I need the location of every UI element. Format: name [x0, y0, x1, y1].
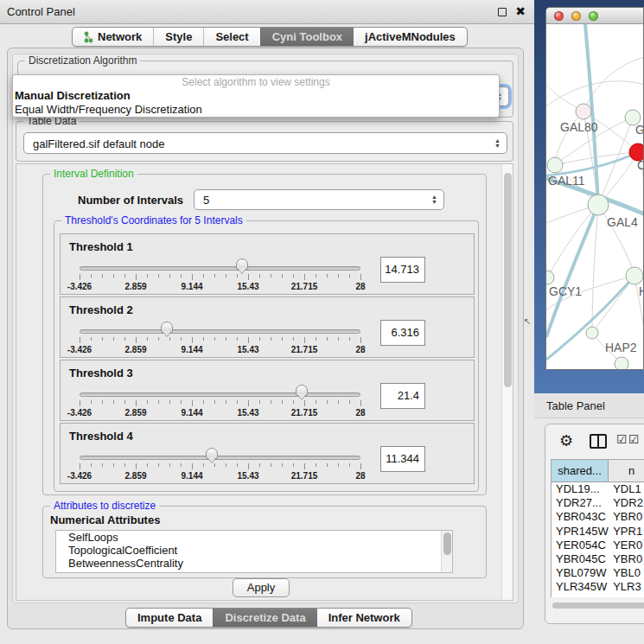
network-node-label: C	[637, 158, 644, 172]
list-scrollbar[interactable]	[441, 531, 452, 572]
slider-track[interactable]	[80, 456, 360, 460]
threshold-label: Threshold 1	[69, 240, 133, 253]
attribute-item[interactable]: TopologicalCoefficient	[56, 544, 452, 557]
slider-track[interactable]	[80, 266, 360, 271]
tab-label: Impute Data	[137, 609, 201, 627]
tab-network[interactable]: Network	[73, 28, 153, 46]
tab-label: Select	[215, 28, 248, 46]
slider-ticks	[80, 274, 360, 281]
settings-gear-icon[interactable]: ⚙	[559, 431, 573, 450]
table-row[interactable]: YDL19...YDL1	[552, 482, 644, 496]
tab-jactivemnodules[interactable]: jActiveMNodules	[354, 28, 467, 46]
threshold-value-field[interactable]: 21.4	[380, 383, 425, 409]
tab-style[interactable]: Style	[153, 28, 203, 46]
threshold-row: Threshold 2-3.4262.8599.14415.4321.71528…	[60, 296, 475, 358]
table-column-header[interactable]: shared...	[552, 460, 609, 482]
scrollbar-thumb[interactable]	[504, 173, 512, 387]
tab-discretize-data[interactable]: Discretize Data	[213, 609, 316, 627]
threshold-row: Threshold 1-3.4262.8599.14415.4321.71528…	[60, 233, 475, 295]
threshold-label: Threshold 3	[69, 367, 133, 379]
network-node[interactable]	[588, 194, 609, 215]
table-row[interactable]: YBR043CYBR0	[552, 510, 644, 524]
network-canvas[interactable]: GAL80GACGAL11GAL4GCY1HHAP2	[546, 24, 644, 370]
table-row[interactable]: YBR045CYBR0	[552, 552, 644, 566]
column-layout-icon[interactable]	[590, 434, 607, 449]
network-icon	[84, 31, 93, 43]
network-view-window: GAL80GACGAL11GAL4GCY1HHAP2	[545, 7, 644, 370]
float-window-icon[interactable]	[498, 8, 507, 16]
combo-stepper-icon: ▲▼	[494, 138, 501, 149]
table-row[interactable]: YBL079WYBL0	[552, 566, 644, 580]
network-node[interactable]	[615, 357, 628, 370]
table-panel: ⚙ ☑ ☑ shared...n YDL19...YDL1YDR27...YDR…	[545, 424, 644, 624]
slider-handle[interactable]	[206, 448, 218, 459]
attribute-item[interactable]: SelfLoops	[56, 531, 452, 544]
tab-cyni-toolbox[interactable]: Cyni Toolbox	[260, 28, 354, 46]
table-row[interactable]: YLR345WYLR3	[552, 580, 644, 594]
table-row[interactable]: YER054CYER0	[552, 539, 644, 552]
table-row[interactable]: YDR27...YDR2	[552, 496, 644, 510]
slider-handle[interactable]	[161, 322, 173, 333]
attributes-group: Attributes to discretize Numerical Attri…	[42, 506, 487, 578]
vertical-scrollbar[interactable]	[501, 164, 513, 600]
table-column-header[interactable]: n	[609, 460, 644, 482]
table-rows: YDL19...YDL1YDR27...YDR2YBR043CYBR0YPR14…	[552, 482, 644, 597]
tab-label: Discretize Data	[225, 609, 305, 627]
popup-option[interactable]: Manual Discretization	[13, 89, 499, 103]
network-node[interactable]	[547, 157, 563, 173]
threshold-value-field[interactable]: 6.316	[380, 320, 425, 346]
slider-handle[interactable]	[296, 385, 308, 396]
node-attribute-table: shared...n YDL19...YDL1YDR27...YDR2YBR04…	[551, 459, 644, 597]
apply-button[interactable]: Apply	[233, 578, 290, 597]
network-node[interactable]	[546, 271, 554, 284]
table-row[interactable]: YIL052CYIL0	[552, 595, 644, 598]
attribute-item[interactable]: BetweennessCentrality	[56, 557, 452, 570]
slider-track[interactable]	[80, 392, 360, 397]
tab-infer-network[interactable]: Infer Network	[317, 609, 411, 627]
tab-select[interactable]: Select	[203, 28, 259, 46]
network-node-label: GA	[635, 123, 644, 137]
table-cell: YPR145W	[552, 525, 609, 539]
network-node-label: GCY1	[549, 284, 582, 298]
scrollbar-thumb[interactable]	[552, 603, 644, 609]
numerical-attributes-list[interactable]: SelfLoopsTopologicalCoefficientBetweenne…	[55, 530, 453, 573]
checkbox-icon[interactable]: ☑	[628, 432, 640, 446]
network-node[interactable]	[626, 267, 643, 284]
checkbox-icon[interactable]: ☑	[616, 432, 628, 446]
mac-close-icon[interactable]	[554, 11, 564, 21]
horizontal-scrollbar[interactable]	[551, 603, 644, 609]
top-tab-bar: NetworkStyleSelectCyni ToolboxjActiveMNo…	[72, 27, 468, 47]
popup-option[interactable]: Equal Width/Frequency Discretization	[13, 103, 499, 117]
network-node[interactable]	[586, 327, 598, 339]
threshold-value-field[interactable]: 11.344	[380, 446, 425, 472]
table-data-group: Table Data galFiltered.sif default node …	[16, 121, 513, 162]
slider-handle[interactable]	[236, 258, 248, 270]
combo-stepper-icon: ▲▼	[431, 194, 437, 205]
mac-minimize-icon[interactable]	[571, 11, 581, 21]
close-icon[interactable]: ✖	[515, 4, 526, 18]
network-window-titlebar[interactable]	[546, 8, 643, 24]
table-cell: YER054C	[552, 539, 609, 552]
slider-ticks	[80, 463, 360, 470]
table-data-combobox[interactable]: galFiltered.sif default node ▲▼	[23, 132, 507, 154]
table-cell: YLR345W	[552, 580, 609, 594]
network-node-label: HAP2	[605, 341, 637, 354]
threshold-value-field[interactable]: 14.713	[380, 257, 425, 283]
table-row[interactable]: YPR145WYPR1	[552, 525, 644, 539]
slider-track[interactable]	[80, 329, 360, 334]
number-of-intervals-value: 5	[203, 190, 209, 211]
tab-label: Style	[165, 28, 192, 46]
tab-label: jActiveMNodules	[365, 28, 456, 46]
table-header-row: shared...n	[552, 460, 644, 482]
list-scrollbar-thumb[interactable]	[443, 532, 451, 555]
threshold-coordinates-group: Threshold's Coordinates for 5 Intervals …	[54, 220, 479, 492]
settings-scrollpane: Interval Definition Number of Intervals …	[16, 163, 513, 601]
table-cell: YDL19...	[552, 482, 609, 496]
app-root: Control Panel ✖ NetworkStyleSelectCyni T…	[0, 0, 644, 644]
number-of-intervals-combobox[interactable]: 5 ▲▼	[194, 189, 444, 210]
table-cell: YIL0	[609, 595, 644, 598]
table-cell: YBR0	[609, 552, 644, 566]
network-node[interactable]	[576, 104, 591, 119]
tab-impute-data[interactable]: Impute Data	[126, 609, 213, 627]
mac-zoom-icon[interactable]	[589, 11, 598, 21]
